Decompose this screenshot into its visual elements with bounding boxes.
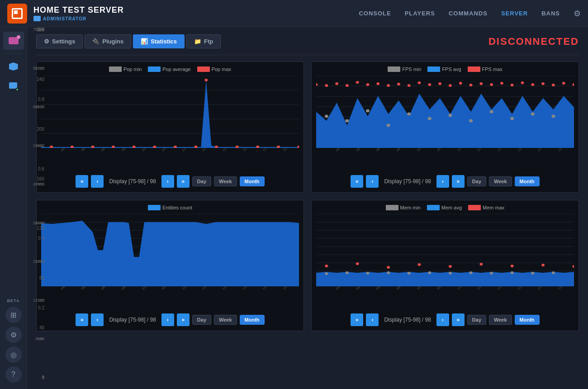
pop-last-btn[interactable]: » [177, 175, 190, 188]
x-label: 08/02 18:00 [100, 148, 114, 152]
mem-y-9: 660 [38, 337, 44, 341]
x-label: 10/02 13:00 [141, 148, 155, 152]
nav-console[interactable]: CONSOLE [359, 10, 391, 17]
sidebar-bottom: BETA ⊞ ⚙ ◎ ? [5, 299, 22, 389]
pop-week-btn[interactable]: Week [214, 176, 237, 186]
sidebar-discord-btn[interactable]: ◎ [5, 346, 22, 363]
ent-day-btn[interactable]: Day [192, 315, 211, 325]
x-label: 10/02 13:00 [416, 286, 430, 290]
mem-min-legend: Mem min [386, 205, 421, 210]
settings-gear-icon[interactable]: ⚙ [574, 9, 581, 19]
sidebar-settings-btn[interactable]: ⚙ [5, 327, 22, 343]
charts-grid: Pop min Pop average Pop max 1.0 0.8 0.6 … [36, 62, 579, 331]
sidebar-item-1[interactable] [3, 32, 24, 50]
mem-max-label: Mem max [483, 205, 504, 210]
settings-tab-label: Settings [52, 38, 75, 45]
pop-next-btn[interactable]: › [161, 175, 174, 188]
svg-point-45 [335, 82, 338, 85]
entities-chart-body: 75565 68720 60130 51540 42950 34360 2577… [41, 214, 299, 286]
tab-ftp[interactable]: 📁 Ftp [186, 34, 221, 48]
tab-statistics[interactable]: 📊 Statistics [133, 34, 185, 48]
fps-avg-label: FPS avg [442, 66, 461, 72]
x-label: 08/02 18:00 [375, 148, 389, 152]
population-legend: Pop min Pop average Pop max [41, 66, 299, 72]
nav-players[interactable]: PLAYERS [405, 10, 435, 17]
fps-day-btn[interactable]: Day [467, 176, 486, 186]
mem-prev-btn[interactable]: ‹ [366, 313, 379, 326]
x-label: 09/02 12:00 [396, 286, 410, 290]
memory-y-axis: 5743 5280 4620 3960 3300 2640 1980 1320 … [27, 27, 46, 380]
svg-point-51 [397, 83, 400, 85]
fps-next-btn[interactable]: › [436, 175, 449, 188]
sidebar-dashboard-btn[interactable]: ⊞ [5, 307, 22, 323]
x-label: 11/02 16:00 [222, 286, 236, 290]
mem-first-btn[interactable]: « [351, 313, 363, 326]
svg-point-65 [541, 82, 545, 85]
x-label: 08/02 18:00 [100, 286, 114, 290]
sidebar-divider-1 [5, 53, 22, 54]
nav-commands[interactable]: COMMANDS [449, 10, 488, 17]
admin-icon [33, 16, 41, 21]
nav-server[interactable]: SERVER [501, 10, 528, 17]
ent-week-btn[interactable]: Week [214, 315, 237, 325]
mem-avg-label: Mem avg [441, 205, 462, 210]
entities-legend-label: Entities count [162, 205, 192, 210]
pop-month-btn[interactable]: Month [240, 176, 265, 186]
pop-min-label: Pop min [123, 66, 142, 72]
svg-point-57 [459, 82, 462, 85]
svg-point-54 [428, 83, 431, 86]
fps-min-legend: FPS min [388, 66, 421, 72]
svg-point-48 [366, 83, 370, 86]
connection-status: DISCONNECTED [488, 36, 579, 47]
main-nav: CONSOLE PLAYERS COMMANDS SERVER BANS ⚙ [359, 9, 581, 19]
svg-point-55 [438, 82, 441, 85]
ent-prev-btn[interactable]: ‹ [91, 313, 104, 326]
mem-y-3: 4620 [35, 104, 44, 109]
fps-last-btn[interactable]: » [452, 175, 465, 188]
fps-month-btn[interactable]: Month [515, 176, 540, 186]
svg-point-64 [531, 83, 534, 86]
pop-display-info: Display [75-98] / 98 [106, 178, 158, 185]
nav-bans[interactable]: BANS [541, 10, 560, 17]
entities-legend-item: Entities count [148, 205, 192, 210]
population-chart-body: 1.0 0.8 0.6 0.4 0.2 0 [41, 76, 299, 148]
x-label: 09/02 12:00 [121, 286, 135, 290]
mem-avg-box [427, 205, 440, 210]
fps-week-btn[interactable]: Week [489, 176, 512, 186]
mem-min-label: Mem min [400, 205, 421, 210]
x-label: 11/02 20:00 [262, 148, 276, 152]
ent-next-btn[interactable]: › [161, 313, 174, 326]
tab-separator [36, 55, 579, 55]
pop-first-btn[interactable]: « [76, 175, 88, 188]
fps-min-label: FPS min [402, 66, 421, 72]
svg-point-75 [448, 114, 452, 117]
sidebar-item-2[interactable] [3, 57, 24, 76]
pop-avg-legend: Pop average [148, 66, 190, 72]
mem-last-btn[interactable]: » [452, 313, 465, 326]
pop-min-legend: Pop min [109, 66, 142, 72]
mem-next-btn[interactable]: › [436, 313, 449, 326]
ent-last-btn[interactable]: » [177, 313, 190, 326]
x-label: 09/02 12:00 [121, 148, 135, 152]
fps-prev-btn[interactable]: ‹ [366, 175, 379, 188]
pop-max-legend-box [197, 66, 210, 72]
fps-legend: FPS min FPS avg FPS max [316, 66, 574, 72]
mem-month-btn[interactable]: Month [515, 315, 540, 325]
main-content: ⚙ Settings 🔌 Plugins 📊 Statistics 📁 Ftp … [27, 27, 588, 389]
mem-week-btn[interactable]: Week [489, 315, 512, 325]
pop-day-btn[interactable]: Day [192, 176, 211, 186]
pop-prev-btn[interactable]: ‹ [91, 175, 104, 188]
x-label: 11/02 12:00 [456, 286, 470, 290]
x-label: 08/02 18:00 [375, 286, 389, 290]
ent-first-btn[interactable]: « [76, 313, 88, 326]
fps-svg [316, 76, 574, 148]
sidebar-item-3[interactable] [3, 77, 24, 95]
mem-day-btn[interactable]: Day [467, 315, 486, 325]
x-label: 11/02 18:00 [517, 148, 531, 152]
ent-month-btn[interactable]: Month [240, 315, 265, 325]
tab-plugins[interactable]: 🔌 Plugins [85, 34, 131, 48]
fps-first-btn[interactable]: « [351, 175, 363, 188]
svg-point-28 [204, 79, 208, 81]
sidebar-help-btn[interactable]: ? [5, 366, 22, 383]
population-chart-area [41, 76, 299, 148]
